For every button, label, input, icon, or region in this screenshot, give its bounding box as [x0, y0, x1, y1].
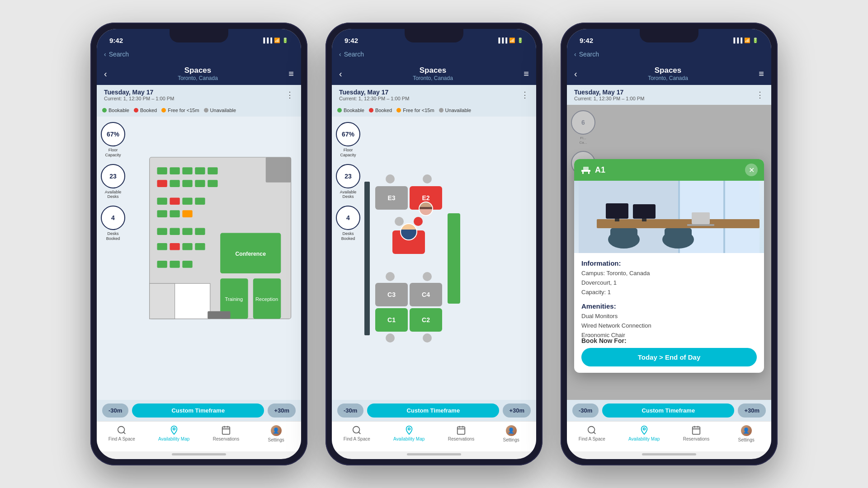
- dot-booked-2: [369, 108, 373, 113]
- time-3: 9:42: [580, 37, 593, 44]
- stats-col-2: 67% FloorCapacity 23 AvailableDesks 4: [332, 117, 364, 400]
- cluster-C: C3 C4 C1 C2: [375, 272, 442, 343]
- app-title-2: Spaces: [413, 66, 453, 75]
- nav-find-space-3[interactable]: Find A Space: [578, 425, 605, 442]
- nav-reservations-3[interactable]: Reservations: [683, 425, 710, 442]
- nav-avail-map-2[interactable]: Availability Map: [393, 425, 425, 442]
- detail-card: A1 ✕: [574, 159, 764, 373]
- menu-btn-1[interactable]: ≡: [288, 69, 294, 79]
- svg-rect-7: [157, 167, 167, 174]
- detail-title-area: A1: [580, 165, 605, 175]
- menu-btn-3[interactable]: ≡: [759, 69, 764, 79]
- notch-1: [170, 29, 228, 42]
- capacity-text: Capacity: 1: [581, 289, 611, 296]
- nav-label-find-1: Find A Space: [108, 436, 135, 441]
- desks-booked-num: 4: [111, 214, 115, 221]
- floor-cap-num-2: 67%: [342, 131, 354, 138]
- label-unavail-1: Unavailable: [210, 108, 236, 113]
- avatar-man: [400, 223, 417, 240]
- nav-settings-3[interactable]: 👤 Settings: [733, 425, 760, 442]
- desk-E2[interactable]: E2: [410, 186, 442, 210]
- phone-wrapper: 9:42 ✈ ▐▐▐ 📶 🔋 ‹ Search ‹ Spaces Toronto…: [90, 23, 778, 465]
- search-bar-2[interactable]: ‹ Search: [332, 49, 536, 62]
- location-text: Dovercourt, 1: [581, 279, 617, 286]
- svg-rect-16: [208, 180, 217, 187]
- avail-desks-label-2: AvailableDesks: [340, 190, 356, 200]
- avatar-woman: [419, 202, 433, 216]
- back-btn-3[interactable]: ‹: [574, 69, 577, 79]
- back-arrow-2[interactable]: ‹: [339, 51, 341, 58]
- svg-text:Conference: Conference: [235, 251, 266, 257]
- search-bar-3[interactable]: ‹ Search: [567, 49, 771, 62]
- svg-point-46: [353, 427, 360, 433]
- svg-point-41: [173, 428, 175, 430]
- btn-minus-1[interactable]: -30m: [102, 404, 128, 418]
- desk-E3[interactable]: E3: [375, 186, 408, 210]
- detail-body: Information: Campus: Toronto, Canada Dov…: [574, 253, 764, 337]
- svg-rect-12: [157, 180, 167, 187]
- time-2: 9:42: [344, 37, 358, 44]
- desk-C4[interactable]: C4: [410, 283, 442, 306]
- nav-avail-map-3[interactable]: Availability Map: [628, 425, 660, 442]
- date-text-2: Tuesday, May 17 Current: 1, 12:30 PM – 1…: [339, 89, 409, 101]
- close-detail-btn[interactable]: ✕: [745, 164, 758, 176]
- legend-bookable-1: Bookable: [102, 108, 129, 113]
- nav-find-space-1[interactable]: Find A Space: [108, 425, 135, 442]
- label-free-1: Free for <15m: [168, 108, 199, 113]
- btn-plus-3[interactable]: +30m: [738, 404, 766, 418]
- svg-rect-55: [588, 172, 590, 174]
- btn-custom-3[interactable]: Custom Timeframe: [602, 404, 734, 418]
- chairs-bottom-C: [386, 333, 432, 343]
- dots-menu-3[interactable]: ⋮: [756, 90, 764, 100]
- book-now-button[interactable]: Today > End of Day: [581, 348, 757, 366]
- floor-map-1[interactable]: Conference Training Reception: [129, 117, 301, 400]
- btn-custom-1[interactable]: Custom Timeframe: [132, 404, 264, 418]
- btn-custom-2[interactable]: Custom Timeframe: [367, 404, 499, 418]
- screen-3: 9:42 ✈ ▐▐▐ 📶 🔋 ‹ Search ‹ Spaces Toronto…: [567, 29, 771, 459]
- desk-C2[interactable]: C2: [410, 308, 442, 332]
- back-btn-1[interactable]: ‹: [104, 69, 107, 79]
- stats-col-1: 67% FloorCapacity 23 AvailableDesks 4: [97, 117, 129, 400]
- home-indicator-1: [172, 453, 226, 455]
- svg-rect-10: [195, 167, 205, 174]
- svg-point-74: [643, 428, 645, 430]
- nav-avail-map-1[interactable]: Availability Map: [158, 425, 189, 442]
- chair-bottom-E3: [395, 217, 404, 226]
- svg-rect-42: [222, 427, 230, 435]
- menu-btn-2[interactable]: ≡: [524, 69, 529, 79]
- btn-plus-2[interactable]: +30m: [503, 404, 531, 418]
- dot-free-1: [161, 108, 166, 113]
- back-arrow-3[interactable]: ‹: [574, 51, 576, 58]
- nav-find-space-2[interactable]: Find A Space: [343, 425, 370, 442]
- dots-menu-1[interactable]: ⋮: [286, 90, 294, 100]
- desk-C1[interactable]: C1: [375, 308, 408, 332]
- amenities-title: Amenities:: [581, 302, 757, 310]
- chairs-top-E: [386, 174, 432, 183]
- wifi-icon-2: 📶: [509, 38, 515, 43]
- nav-reservations-1[interactable]: Reservations: [212, 425, 240, 442]
- nav-settings-1[interactable]: 👤 Settings: [263, 425, 290, 442]
- nav-reservations-2[interactable]: Reservations: [448, 425, 475, 442]
- desk-person-man[interactable]: [392, 230, 425, 254]
- app-subtitle-2: Toronto, Canada: [413, 75, 453, 81]
- circle-floor-3-bg: 6: [571, 110, 595, 135]
- search-bar-1[interactable]: ‹ Search: [97, 49, 301, 62]
- app-header-2: ‹ Spaces Toronto, Canada ≡: [332, 62, 536, 85]
- svg-rect-67: [610, 228, 637, 242]
- btn-minus-2[interactable]: -30m: [337, 404, 363, 418]
- nav-settings-2[interactable]: 👤 Settings: [498, 425, 525, 442]
- desk-C3[interactable]: C3: [375, 283, 408, 306]
- btn-plus-1[interactable]: +30m: [268, 404, 296, 418]
- stat-floor-cap: 67% FloorCapacity: [101, 122, 125, 158]
- btn-minus-3[interactable]: -30m: [572, 404, 599, 418]
- legend-unavailable-1: Unavailable: [204, 108, 236, 113]
- book-now-label: Book Now For:: [581, 337, 757, 344]
- status-icons-2: ▐▐▐ 📶 🔋: [497, 38, 524, 43]
- back-btn-2[interactable]: ‹: [339, 69, 342, 79]
- floor-cap-label: FloorCapacity: [105, 148, 121, 158]
- back-arrow-1[interactable]: ‹: [104, 51, 106, 58]
- svg-rect-14: [182, 180, 192, 187]
- dots-menu-2[interactable]: ⋮: [521, 90, 529, 100]
- svg-rect-11: [208, 167, 217, 174]
- calendar-icon-1: [221, 425, 231, 435]
